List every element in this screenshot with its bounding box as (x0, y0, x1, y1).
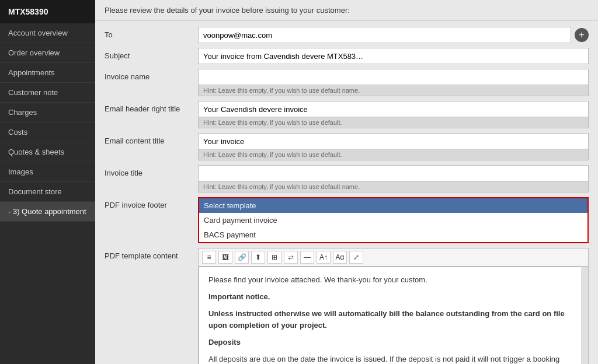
invoice-name-field-wrap: Hint: Leave this empty, if you wish to u… (198, 69, 589, 96)
to-field-wrap: + (198, 27, 589, 43)
dropdown-option-bacs[interactable]: BACS payment (199, 228, 587, 242)
pdf-template-field-wrap: ≡ 🖼 🔗 ⬆ ⊞ ⇌ — A↑ Aα ⤢ Please find your i… (198, 248, 589, 364)
email-header-right-title-label: Email header right title (105, 101, 198, 113)
main-content: Please review the details of your invoic… (95, 0, 598, 364)
invoice-title-field-wrap: Hint: Leave this empty, if you wish to u… (198, 165, 589, 192)
editor-deposits-heading: Deposits (208, 338, 241, 346)
email-content-title-hint: Hint: Leave this empty, if you wish to u… (198, 149, 589, 160)
toolbar-font-up-btn[interactable]: A↑ (317, 251, 331, 264)
editor-intro: Please find your invoice attached. We th… (208, 274, 578, 286)
sidebar-item-charges[interactable]: Charges (0, 103, 95, 123)
sidebar-item-order-overview[interactable]: Order overview (0, 43, 95, 63)
email-header-right-title-hint: Hint: Leave this empty, if you wish to u… (198, 117, 589, 128)
editor-deposits-body: All deposits are due on the date the inv… (208, 354, 578, 364)
invoice-name-label: Invoice name (105, 69, 198, 81)
to-label: To (105, 27, 198, 39)
pdf-footer-label: PDF invoice footer (105, 197, 198, 209)
toolbar-image-btn[interactable]: 🖼 (218, 251, 232, 264)
sidebar-item-images[interactable]: Images (0, 162, 95, 182)
to-input[interactable] (198, 27, 571, 43)
editor-content[interactable]: Please find your invoice attached. We th… (199, 267, 588, 364)
subject-row: Subject (105, 48, 589, 64)
toolbar-align-btn[interactable]: ≡ (202, 251, 216, 264)
invoice-name-row: Invoice name Hint: Leave this empty, if … (105, 69, 589, 96)
editor-important-notice-heading: Important notice. (208, 292, 270, 301)
email-header-right-title-field-wrap: Hint: Leave this empty, if you wish to u… (198, 101, 589, 128)
email-content-title-input[interactable] (198, 133, 589, 149)
email-header-right-title-row: Email header right title Hint: Leave thi… (105, 101, 589, 128)
email-content-title-field-wrap: Hint: Leave this empty, if you wish to u… (198, 133, 589, 160)
editor-important-notice-body: Unless instructed otherwise we will auto… (208, 309, 565, 330)
pdf-template-row: PDF template content ≡ 🖼 🔗 ⬆ ⊞ ⇌ — A↑ Aα… (105, 248, 589, 364)
email-content-title-row: Email content title Hint: Leave this emp… (105, 133, 589, 160)
sidebar-item-appointments[interactable]: Appointments (0, 63, 95, 83)
sidebar-item-document-store[interactable]: Document store (0, 182, 95, 202)
subject-field-wrap (198, 48, 589, 64)
invoice-title-row: Invoice title Hint: Leave this empty, if… (105, 165, 589, 192)
sidebar-item-account-overview[interactable]: Account overview (0, 23, 95, 43)
sidebar-item-customer-note[interactable]: Customer note (0, 83, 95, 103)
to-row: To + (105, 27, 589, 43)
toolbar-font-case-btn[interactable]: Aα (333, 251, 347, 264)
editor-scroll: Please find your invoice attached. We th… (198, 266, 589, 364)
pdf-footer-dropdown[interactable]: Select template Card payment invoice BAC… (198, 197, 589, 243)
form-area: To + Subject Invoice name Hint: Leave th… (95, 21, 598, 364)
editor-toolbar: ≡ 🖼 🔗 ⬆ ⊞ ⇌ — A↑ Aα ⤢ (198, 248, 589, 266)
email-content-title-label: Email content title (105, 133, 198, 145)
invoice-title-label: Invoice title (105, 165, 198, 177)
to-input-row: + (198, 27, 589, 43)
sidebar-item-costs[interactable]: Costs (0, 123, 95, 142)
sidebar: MTX58390 Account overview Order overview… (0, 0, 95, 364)
pdf-footer-row: PDF invoice footer Select template Card … (105, 197, 589, 243)
add-recipient-button[interactable]: + (575, 28, 589, 42)
editor-scrollbar[interactable] (581, 267, 588, 364)
sidebar-item-quotes-sheets[interactable]: Quotes & sheets (0, 142, 95, 162)
invoice-title-input[interactable] (198, 165, 589, 181)
toolbar-line-btn[interactable]: — (300, 251, 314, 264)
dropdown-option-card[interactable]: Card payment invoice (199, 213, 587, 228)
subject-input[interactable] (198, 48, 589, 64)
toolbar-table-btn[interactable]: ⊞ (267, 251, 281, 264)
toolbar-fullscreen-btn[interactable]: ⤢ (349, 251, 363, 264)
sidebar-header: MTX58390 (0, 0, 95, 23)
invoice-title-hint: Hint: Leave this empty, if you wish to u… (198, 181, 589, 192)
subject-label: Subject (105, 48, 198, 60)
toolbar-arrows-btn[interactable]: ⇌ (284, 251, 298, 264)
invoice-name-input[interactable] (198, 69, 589, 85)
review-notice: Please review the details of your invoic… (95, 0, 598, 21)
pdf-template-label: PDF template content (105, 248, 198, 260)
invoice-name-hint: Hint: Leave this empty, if you wish to u… (198, 85, 589, 96)
email-header-right-title-input[interactable] (198, 101, 589, 117)
toolbar-upload-btn[interactable]: ⬆ (251, 251, 265, 264)
toolbar-link-btn[interactable]: 🔗 (235, 251, 249, 264)
sidebar-item-quote-appointment[interactable]: - 3) Quote appointment (0, 202, 95, 222)
dropdown-selected-option[interactable]: Select template (199, 198, 587, 213)
pdf-footer-field-wrap: Select template Card payment invoice BAC… (198, 197, 589, 243)
